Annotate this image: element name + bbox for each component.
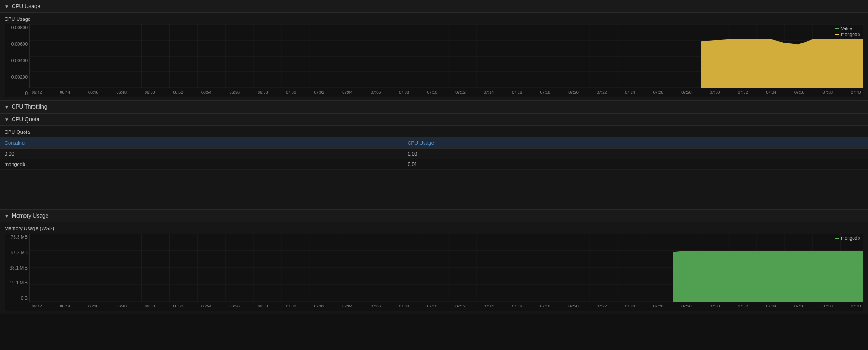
- cpu-x-label-0734: 07:34: [766, 90, 777, 95]
- cpu-x-label-0724: 07:24: [625, 90, 635, 95]
- cpu-throttling-section-header[interactable]: ▼ CPU Throttling: [0, 100, 868, 113]
- cpu-x-label-0658: 06:58: [258, 90, 268, 95]
- cpu-legend-mongodb: mongodb: [835, 32, 860, 37]
- cpu-quota-table-title: CPU Quota: [0, 129, 868, 135]
- cpu-y-label-1: 0.00200: [6, 75, 28, 80]
- mem-x-label-0708: 07:08: [399, 304, 409, 308]
- cpu-x-label-0736: 07:36: [794, 90, 805, 95]
- cpu-x-label-0642: 06:42: [32, 90, 42, 95]
- mem-x-label-0706: 07:06: [371, 304, 381, 308]
- memory-chart-title: Memory Usage (WSS): [5, 226, 863, 231]
- memory-y-axis: 0 B 19.1 MiB 38.1 MiB 57.2 MB 76.3 MB: [5, 234, 29, 302]
- memory-chart-svg: [30, 234, 863, 302]
- cpu-usage-panel: CPU Usage Value mongodb 0 0.00200 0.0040…: [0, 13, 868, 100]
- mem-x-label-0654: 06:54: [201, 304, 212, 308]
- cpu-y-label-4: 0.00800: [6, 25, 28, 30]
- cpu-y-label-0: 0: [6, 91, 28, 96]
- cpu-x-label-0706: 07:06: [371, 90, 381, 95]
- memory-usage-panel: Memory Usage (WSS) mongodb 0 B 19.1 MiB …: [0, 222, 868, 314]
- cpu-x-label-0712: 07:12: [455, 90, 466, 95]
- cpu-x-label-0714: 07:14: [484, 90, 494, 95]
- cpu-usage-chevron-icon: ▼: [5, 4, 9, 9]
- cpu-usage-section-title: CPU Usage: [12, 3, 40, 9]
- cpu-y-axis: 0 0.00200 0.00400 0.00600 0.00800: [5, 24, 29, 97]
- mem-x-label-0722: 07:22: [597, 304, 607, 308]
- mem-x-label-0734: 07:34: [766, 304, 777, 308]
- cpu-quota-row2-container: mongodb: [0, 159, 403, 170]
- mem-x-label-0704: 07:04: [342, 304, 353, 308]
- mem-x-label-0642: 06:42: [32, 304, 42, 308]
- cpu-x-label-0652: 06:52: [173, 90, 183, 95]
- mem-x-label-0716: 07:16: [512, 304, 522, 308]
- memory-y-label-3: 57.2 MB: [6, 250, 28, 255]
- cpu-x-label-0722: 07:22: [597, 90, 607, 95]
- cpu-quota-panel: CPU Quota Container CPU Usage 0.00 0.00 …: [0, 126, 868, 209]
- cpu-x-label-0700: 07:00: [286, 90, 296, 95]
- mem-x-label-0726: 07:26: [653, 304, 664, 308]
- mem-x-label-0652: 06:52: [173, 304, 183, 308]
- mem-x-label-0646: 06:46: [88, 304, 99, 308]
- cpu-x-label-0646: 06:46: [88, 90, 99, 95]
- memory-usage-section-header[interactable]: ▼ Memory Usage: [0, 209, 868, 222]
- cpu-x-label-0710: 07:10: [427, 90, 438, 95]
- cpu-chart-svg: [30, 24, 863, 88]
- memory-usage-chevron-icon: ▼: [5, 213, 9, 218]
- cpu-x-label-0704: 07:04: [342, 90, 353, 95]
- mem-x-label-0658: 06:58: [258, 304, 268, 308]
- memory-chart-inner: [29, 234, 863, 302]
- cpu-x-label-0726: 07:26: [653, 90, 664, 95]
- cpu-y-label-3: 0.00600: [6, 42, 28, 47]
- cpu-quota-row1-usage: 0.00: [403, 149, 868, 159]
- cpu-x-label-0732: 07:32: [738, 90, 748, 95]
- cpu-chart-title: CPU Usage: [5, 16, 863, 22]
- cpu-x-label-0708: 07:08: [399, 90, 409, 95]
- cpu-quota-table-header-row: Container CPU Usage: [0, 137, 868, 149]
- cpu-chart-inner: [29, 24, 863, 88]
- mem-x-label-0648: 06:48: [116, 304, 127, 308]
- cpu-x-label-0716: 07:16: [512, 90, 522, 95]
- mem-x-label-0724: 07:24: [625, 304, 635, 308]
- cpu-x-label-0702: 07:02: [314, 90, 325, 95]
- mem-x-label-0718: 07:18: [540, 304, 551, 308]
- svg-marker-67: [673, 251, 863, 302]
- cpu-quota-table: Container CPU Usage 0.00 0.00 mongodb 0.…: [0, 137, 868, 170]
- mem-x-label-0720: 07:20: [568, 304, 579, 308]
- cpu-chart-container: Value mongodb 0 0.00200 0.00400 0.00600 …: [5, 24, 863, 97]
- cpu-legend-mongodb-label: mongodb: [841, 32, 860, 37]
- mem-x-label-0730: 07:30: [710, 304, 720, 308]
- memory-usage-section-title: Memory Usage: [12, 213, 48, 219]
- svg-marker-33: [701, 39, 863, 88]
- memory-chart-container: mongodb 0 B 19.1 MiB 38.1 MiB 57.2 MB 76…: [5, 234, 863, 311]
- cpu-quota-col-container: Container: [0, 137, 403, 149]
- cpu-legend-value: Value: [835, 26, 860, 31]
- memory-y-label-0: 0 B: [6, 296, 28, 301]
- cpu-x-label-0738: 07:38: [823, 90, 833, 95]
- quota-panel-spacer: [0, 170, 868, 206]
- cpu-x-label-0730: 07:30: [710, 90, 720, 95]
- cpu-x-label-0720: 07:20: [568, 90, 579, 95]
- memory-chart-legend: mongodb: [835, 236, 860, 241]
- cpu-throttling-chevron-icon: ▼: [5, 104, 9, 109]
- cpu-legend-value-dot: [835, 28, 839, 29]
- mem-x-label-0738: 07:38: [823, 304, 833, 308]
- memory-legend-mongodb-dot: [835, 238, 839, 239]
- cpu-chart-legend: Value mongodb: [835, 26, 860, 37]
- cpu-legend-mongodb-dot: [835, 34, 839, 35]
- mem-x-label-0736: 07:36: [794, 304, 805, 308]
- mem-x-label-0702: 07:02: [314, 304, 325, 308]
- cpu-legend-value-label: Value: [841, 26, 852, 31]
- memory-legend-mongodb-label: mongodb: [841, 236, 860, 241]
- mem-x-label-0712: 07:12: [455, 304, 466, 308]
- cpu-x-label-0650: 06:50: [145, 90, 155, 95]
- mem-x-label-0650: 06:50: [145, 304, 155, 308]
- cpu-usage-section-header[interactable]: ▼ CPU Usage: [0, 0, 868, 13]
- cpu-x-label-0718: 07:18: [540, 90, 551, 95]
- mem-x-label-0644: 06:44: [60, 304, 70, 308]
- mem-x-label-0656: 06:56: [229, 304, 240, 308]
- cpu-x-label-0654: 06:54: [201, 90, 212, 95]
- cpu-x-label-0728: 07:28: [681, 90, 692, 95]
- cpu-quota-section-header[interactable]: ▼ CPU Quota: [0, 113, 868, 126]
- cpu-x-label-0656: 06:56: [229, 90, 240, 95]
- cpu-y-label-2: 0.00400: [6, 58, 28, 63]
- table-row: 0.00 0.00: [0, 149, 868, 159]
